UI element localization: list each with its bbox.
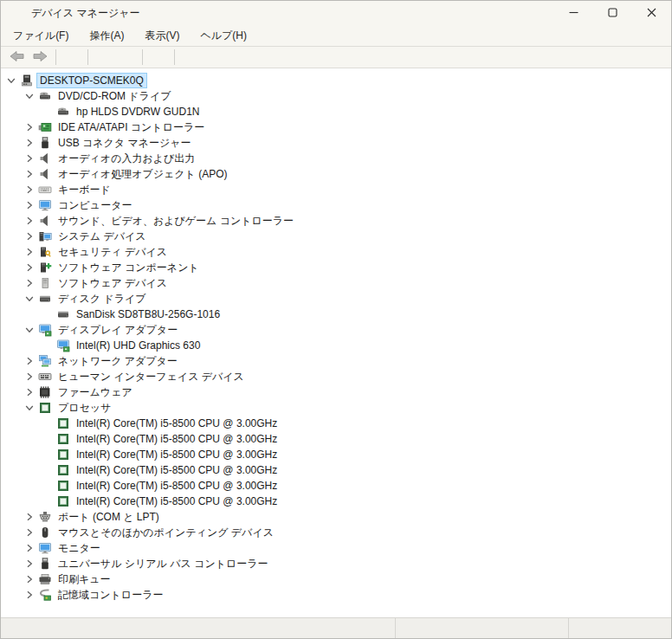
tree-item[interactable]: ソフトウェア コンポーネント	[1, 260, 671, 275]
tree-item[interactable]: サウンド、ビデオ、およびゲーム コントローラー	[1, 213, 671, 229]
speaker-icon	[38, 214, 52, 228]
menu-item-2[interactable]: 表示(V)	[137, 26, 187, 46]
chevron-right-icon[interactable]	[21, 370, 38, 384]
menu-item-0[interactable]: ファイル(F)	[5, 26, 76, 46]
toolbar-separator	[87, 49, 88, 65]
chevron-right-icon[interactable]	[21, 136, 38, 150]
tree-item[interactable]: モニター	[1, 540, 671, 556]
tree-item[interactable]: オーディオ処理オブジェクト (APO)	[1, 166, 671, 182]
chevron-right-icon[interactable]	[21, 541, 38, 555]
tree-item[interactable]: DVD/CD-ROM ドライブ	[1, 88, 671, 104]
chevron-right-icon[interactable]	[21, 229, 38, 243]
firmware-icon	[38, 385, 52, 399]
tree-item[interactable]: システム デバイス	[1, 229, 671, 244]
tree-item[interactable]: ソフトウェア デバイス	[1, 275, 671, 291]
chevron-right-icon[interactable]	[21, 198, 38, 212]
tree-item[interactable]: オーディオの入力および出力	[1, 151, 671, 166]
tree-item[interactable]: コンピューター	[1, 197, 671, 213]
scan-hardware-changes-button[interactable]	[148, 48, 169, 67]
tree-item[interactable]: 記憶域コントローラー	[1, 587, 671, 603]
mouse-icon	[38, 526, 52, 539]
chevron-right-icon[interactable]	[21, 572, 38, 586]
remote-computer-button[interactable]	[180, 48, 201, 67]
cd-drive-icon	[38, 89, 52, 103]
show-action-pane-button[interactable]	[116, 48, 137, 67]
chevron-right-icon[interactable]	[21, 214, 38, 228]
chevron-right-icon[interactable]	[21, 510, 38, 524]
cpu-icon	[56, 416, 70, 430]
tree-item-label: プロセッサ	[55, 399, 114, 417]
back-button[interactable]	[7, 48, 28, 67]
menu-item-1[interactable]: 操作(A)	[81, 26, 132, 46]
chevron-right-icon[interactable]	[21, 152, 38, 165]
chevron-right-icon[interactable]	[21, 120, 38, 134]
monitor-icon	[38, 541, 52, 555]
close-button[interactable]	[632, 1, 671, 26]
close-icon	[647, 7, 656, 20]
tree-item[interactable]: セキュリティ デバイス	[1, 244, 671, 260]
chevron-right-icon[interactable]	[21, 385, 38, 399]
menu-item-3[interactable]: ヘルプ(H)	[192, 26, 255, 46]
cd-drive-icon	[56, 105, 70, 119]
computer-root-icon	[20, 74, 34, 87]
toolbar-separator	[55, 49, 56, 65]
status-pane-left	[1, 618, 395, 638]
chevron-down-icon[interactable]	[3, 74, 20, 87]
tree-item-label: Intel(R) Core(TM) i5-8500 CPU @ 3.00GHz	[73, 416, 281, 431]
tree-item[interactable]: ファームウェア	[1, 384, 671, 400]
toolbar-separator	[174, 49, 175, 65]
tree-item-label: Intel(R) Core(TM) i5-8500 CPU @ 3.00GHz	[73, 447, 281, 462]
monitor-icon	[38, 198, 52, 212]
back-arrow-icon	[9, 49, 26, 66]
chevron-right-icon[interactable]	[21, 183, 38, 197]
chevron-right-icon[interactable]	[21, 588, 38, 602]
tree-item-label: ディスク ドライブ	[55, 290, 150, 308]
tree-item[interactable]: Intel(R) Core(TM) i5-8500 CPU @ 3.00GHz	[1, 478, 671, 494]
maximize-button[interactable]	[593, 1, 632, 26]
chevron-right-icon[interactable]	[21, 245, 38, 259]
cpu-icon	[56, 494, 70, 508]
title-bar: デバイス マネージャー	[1, 1, 671, 26]
tree-item[interactable]: マウスとそのほかのポインティング デバイス	[1, 525, 671, 540]
chevron-right-icon[interactable]	[21, 276, 38, 290]
tree-item-label: Intel(R) Core(TM) i5-8500 CPU @ 3.00GHz	[73, 478, 281, 494]
tree-item[interactable]: ポート (COM と LPT)	[1, 509, 671, 525]
tree-item[interactable]: 印刷キュー	[1, 571, 671, 587]
tree-item[interactable]: Intel(R) Core(TM) i5-8500 CPU @ 3.00GHz	[1, 447, 671, 462]
chevron-right-icon[interactable]	[21, 261, 38, 274]
tree-item[interactable]: キーボード	[1, 182, 671, 197]
tree-item[interactable]: Intel(R) Core(TM) i5-8500 CPU @ 3.00GHz	[1, 416, 671, 431]
chevron-right-icon[interactable]	[21, 526, 38, 539]
security-device-icon	[38, 245, 52, 259]
chevron-right-icon[interactable]	[21, 557, 38, 571]
software-component-icon	[38, 261, 52, 274]
tree-item[interactable]: hp HLDS DVDRW GUD1N	[1, 104, 671, 119]
tree-item[interactable]: DESKTOP-SCMEK0Q	[1, 73, 671, 88]
tree-item[interactable]: ネットワーク アダプター	[1, 353, 671, 369]
tree-item[interactable]: IDE ATA/ATAPI コントローラー	[1, 119, 671, 135]
minimize-button[interactable]	[554, 1, 593, 26]
usb-icon	[38, 136, 52, 150]
tree-item[interactable]: ユニバーサル シリアル バス コントローラー	[1, 556, 671, 571]
software-device-icon	[38, 276, 52, 290]
chevron-down-icon[interactable]	[21, 292, 38, 306]
tree-item[interactable]: ディスク ドライブ	[1, 291, 671, 307]
chevron-down-icon[interactable]	[21, 323, 38, 337]
chevron-down-icon[interactable]	[21, 401, 38, 415]
tree-item[interactable]: USB コネクタ マネージャー	[1, 135, 671, 151]
chevron-down-icon[interactable]	[21, 89, 38, 103]
tree-item[interactable]: ディスプレイ アダプター	[1, 322, 671, 338]
tree-item[interactable]: SanDisk SD8TB8U-256G-1016	[1, 307, 671, 322]
chevron-right-icon[interactable]	[21, 354, 38, 368]
tree-item[interactable]: Intel(R) Core(TM) i5-8500 CPU @ 3.00GHz	[1, 462, 671, 478]
forward-button[interactable]	[29, 48, 50, 67]
tree-item[interactable]: プロセッサ	[1, 400, 671, 416]
tree-item[interactable]: ヒューマン インターフェイス デバイス	[1, 369, 671, 384]
show-console-tree-button[interactable]	[61, 48, 82, 67]
tree-item[interactable]: Intel(R) Core(TM) i5-8500 CPU @ 3.00GHz	[1, 431, 671, 447]
tree-item[interactable]: Intel(R) Core(TM) i5-8500 CPU @ 3.00GHz	[1, 494, 671, 509]
help-button[interactable]: ?	[94, 48, 114, 67]
chevron-right-icon[interactable]	[21, 167, 38, 181]
tree-item-label: Intel(R) Core(TM) i5-8500 CPU @ 3.00GHz	[73, 431, 281, 447]
tree-item[interactable]: Intel(R) UHD Graphics 630	[1, 338, 671, 353]
